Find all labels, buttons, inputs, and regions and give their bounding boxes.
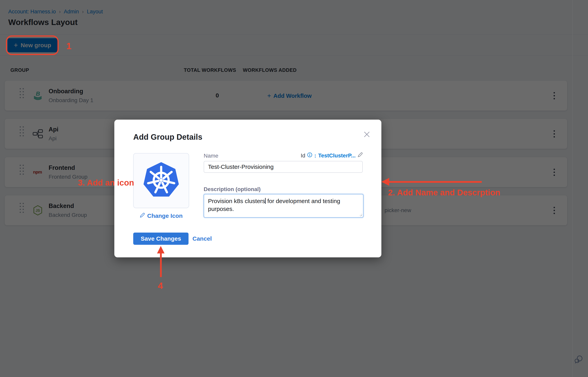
description-text: Provision k8s clusters [208, 198, 265, 204]
annotation-step-3: 3. Add an icon [78, 178, 134, 188]
annotation-arrow-left-head [381, 178, 389, 186]
annotation-arrow-up-head [157, 246, 165, 253]
annotation-arrow-up-line [160, 253, 162, 277]
description-field-label: Description (optional) [204, 186, 260, 192]
chat-support-icon[interactable] [575, 354, 584, 365]
annotation-highlight-ring [6, 35, 59, 55]
name-field-label: Name [204, 153, 218, 159]
add-group-details-dialog: Add Group Details [114, 120, 381, 257]
kubernetes-logo-icon [141, 161, 181, 200]
change-icon-link[interactable]: Change Icon [133, 212, 189, 219]
resize-handle[interactable] [359, 213, 362, 216]
annotation-step-2: 2. Add Name and Descrption [388, 188, 500, 197]
annotation-step-4: 4 [158, 280, 163, 291]
entity-id-row: Id : TestClusterP... [301, 152, 363, 159]
pencil-icon [140, 212, 145, 219]
close-icon[interactable] [362, 129, 372, 140]
save-changes-button[interactable]: Save Changes [133, 233, 188, 245]
dialog-title: Add Group Details [133, 133, 202, 141]
group-icon-preview[interactable] [133, 153, 189, 208]
edit-id-pencil-icon[interactable] [358, 152, 363, 159]
change-icon-label: Change Icon [147, 212, 183, 219]
annotation-step-1: 1 [66, 41, 71, 51]
workflows-layout-screen: Account: Harness.io › Admin › Layout Wor… [0, 0, 588, 377]
entity-id-value[interactable]: TestClusterP... [318, 153, 356, 159]
annotation-arrow-left-line [389, 181, 482, 183]
id-colon: : [314, 153, 316, 159]
id-label: Id [301, 153, 305, 159]
cancel-button[interactable]: Cancel [192, 235, 212, 242]
info-icon[interactable] [307, 152, 312, 159]
group-name-input[interactable] [204, 161, 363, 173]
group-description-textarea[interactable]: Provision k8s clusters for development a… [204, 194, 364, 218]
